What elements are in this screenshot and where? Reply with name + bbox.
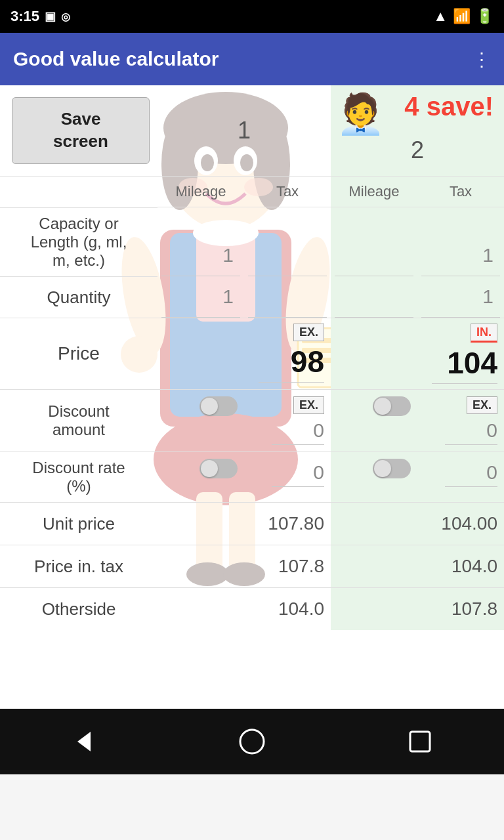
col1-discount-toggle-knob [201, 398, 218, 415]
col2-discount-rate-toggle-area [331, 452, 417, 502]
save-screen-button[interactable]: Savescreen [12, 97, 150, 164]
col2-discount-amount: EX. 0 [331, 389, 504, 452]
col1-price-in-tax: 107.8 [158, 545, 331, 587]
col2-discount-rate: 0 [331, 452, 504, 502]
col1-ex-in-badge[interactable]: EX. [293, 324, 324, 341]
col2-discount-rate-value[interactable]: 0 [445, 461, 497, 487]
svg-marker-27 [77, 732, 91, 751]
col2-quantity-tax-input[interactable]: 1 [421, 276, 500, 318]
col2-discount-rate-toggle[interactable] [373, 459, 411, 478]
battery-icon: 🔋 [476, 8, 494, 25]
discount-amount-label: Discountamount [0, 389, 158, 452]
col1-otherside-value: 104.0 [244, 588, 331, 630]
col2-capacity-mileage-input[interactable] [335, 207, 413, 276]
otherside-label: Otherside [0, 587, 158, 630]
col2-capacity: 1 [331, 207, 504, 276]
col2-quantity-mileage-input[interactable] [335, 276, 413, 318]
col1-price: EX. 98 [158, 318, 331, 389]
col2-ex-in-badge[interactable]: IN. [471, 324, 497, 343]
col2-unit-price-value: 104.00 [417, 503, 504, 545]
col2-quantity: 1 [331, 276, 504, 318]
col2-discount-toggle[interactable] [373, 396, 411, 416]
col1-header: 1 [158, 85, 331, 176]
price-in-tax-label: Price in. tax [0, 545, 158, 587]
col2-otherside-value: 107.8 [417, 588, 504, 630]
circle-icon: ◎ [61, 10, 70, 23]
home-button[interactable] [232, 722, 272, 761]
app-bar: Good value calculator ⋮ [0, 33, 504, 85]
col2-mileage-header: Mileage [331, 177, 417, 207]
col1-discount-rate-value[interactable]: 0 [272, 461, 324, 487]
nav-bar [0, 709, 504, 774]
col1-capacity-tax-input[interactable] [248, 207, 327, 276]
calculator-grid: Savescreen 1 4 save! 🧑‍💼 2 Mileage Tax M… [0, 85, 504, 630]
col1-discount-value[interactable]: 0 [272, 419, 324, 445]
col1-discount-rate-toggle[interactable] [200, 459, 238, 478]
col1-unit-price-value: 107.80 [244, 503, 331, 545]
col2-tax-header: Tax [417, 177, 504, 207]
col1-discount-rate-knob [201, 460, 218, 477]
col2-header: 4 save! 🧑‍💼 2 [331, 85, 504, 176]
col1-discount-rate-value-area: 0 [244, 452, 331, 502]
col1-discount-toggle-area [158, 390, 244, 452]
col1-quantity-mileage-input[interactable]: 1 [161, 276, 240, 318]
col1-price-value[interactable]: 98 [259, 344, 324, 383]
col2-discount-value[interactable]: 0 [445, 419, 497, 445]
col2-discount-rate-knob [374, 460, 391, 477]
col2-unit-price: 104.00 [331, 502, 504, 545]
col1-tax-header: Tax [244, 177, 331, 207]
col2-number: 2 [411, 136, 424, 164]
col2-discount-toggle-knob [374, 398, 391, 415]
col2-otherside: 107.8 [331, 587, 504, 630]
more-options-button[interactable]: ⋮ [472, 49, 491, 70]
recent-button[interactable] [400, 722, 440, 761]
col1-quantity-tax-input[interactable] [248, 276, 327, 318]
col1-capacity: 1 [158, 207, 331, 276]
col2-price-badge-sub: IN. 104 [417, 318, 504, 389]
col1-discount-toggle[interactable] [200, 396, 238, 416]
scroll-area [0, 630, 504, 709]
col1-price-in-tax-value: 107.8 [244, 545, 331, 587]
col1-discount-rate: 0 [158, 452, 331, 502]
sim-icon: ▣ [45, 9, 56, 24]
col2-discount-badge[interactable]: EX. [467, 396, 497, 414]
col1-capacity-mileage-input[interactable]: 1 [161, 207, 240, 276]
col1-price-badge-sub: EX. 98 [244, 318, 331, 389]
col1-quantity: 1 [158, 276, 331, 318]
quantity-label: Quantity [0, 276, 158, 318]
col1-subheaders: Mileage Tax [158, 176, 331, 207]
col2-subheaders: Mileage Tax [331, 176, 504, 207]
col1-discount-rate-toggle-area [158, 452, 244, 502]
col2-price-value[interactable]: 104 [432, 345, 497, 384]
col2-price: IN. 104 [331, 318, 504, 389]
col1-discount-badge[interactable]: EX. [293, 396, 324, 414]
app-bar-title: Good value calculator [13, 48, 219, 70]
signal-icon: 📶 [453, 8, 471, 25]
price-label: Price [0, 318, 158, 389]
col1-otherside: 104.0 [158, 587, 331, 630]
main-content: Savescreen 1 4 save! 🧑‍💼 2 Mileage Tax M… [0, 85, 504, 630]
col2-price-sub [331, 318, 417, 389]
wifi-icon: ▲ [433, 8, 448, 25]
status-bar: 3:15 ▣ ◎ ▲ 📶 🔋 [0, 0, 504, 33]
unit-price-label: Unit price [0, 502, 158, 545]
col2-discount-rate-value-area: 0 [417, 452, 504, 502]
col1-mileage-header: Mileage [158, 177, 244, 207]
save-badge: 4 save! [404, 92, 494, 121]
col1-discount-badge-area: EX. 0 [244, 390, 331, 452]
col1-discount-amount: EX. 0 [158, 389, 331, 452]
svg-rect-29 [410, 732, 430, 751]
col2-discount-toggle-area [331, 390, 417, 452]
col1-unit-price: 107.80 [158, 502, 331, 545]
col2-price-in-tax-value: 104.0 [417, 545, 504, 587]
svg-point-28 [240, 730, 264, 753]
back-button[interactable] [64, 722, 104, 761]
empty-label [0, 176, 158, 207]
mascot-icon: 🧑‍💼 [336, 91, 385, 137]
status-time: 3:15 [10, 8, 39, 25]
col1-number: 1 [238, 117, 251, 144]
col1-price-sub [158, 318, 244, 389]
status-right: ▲ 📶 🔋 [433, 8, 494, 25]
capacity-label: Capacity orLength (g, ml,m, etc.) [0, 207, 158, 276]
col2-capacity-tax-input[interactable]: 1 [421, 207, 500, 276]
